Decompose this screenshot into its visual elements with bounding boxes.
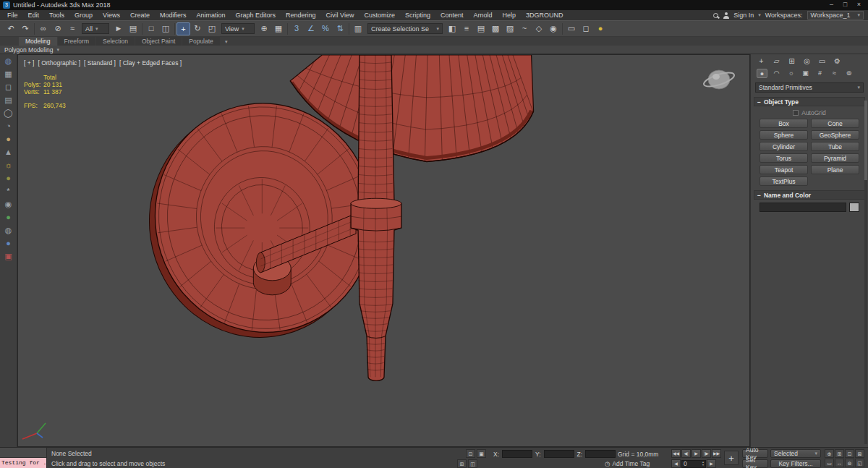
tab-modeling[interactable]: Modeling (19, 37, 57, 46)
object-color-swatch[interactable] (849, 203, 859, 212)
object-name-input[interactable] (760, 203, 846, 212)
orbit-icon[interactable]: ⊚ (845, 459, 854, 467)
named-selection-sets-combo[interactable]: Create Selection Se ▾ (367, 23, 443, 34)
select-object-icon[interactable]: ► (111, 22, 126, 35)
panel-scrollbar-thumb[interactable] (864, 101, 867, 180)
material-editor-icon[interactable]: ◉ (546, 22, 561, 35)
window-crossing-toggle-icon[interactable]: ◫ (158, 22, 173, 35)
redo-icon[interactable]: ↷ (18, 22, 33, 35)
key-mode-dropdown[interactable]: Selected ▾ (770, 449, 821, 458)
menu-3dground[interactable]: 3DGROUND (521, 10, 569, 20)
go-to-end-button[interactable]: ▶▶ (712, 449, 721, 458)
left-toolbar-icon-12[interactable]: ◉ (5, 200, 12, 208)
close-button[interactable]: × (853, 1, 865, 9)
geosphere-button[interactable]: GeoSphere (811, 130, 859, 140)
menu-arnold[interactable]: Arnold (468, 10, 497, 20)
reference-coordinate-dropdown[interactable]: View ▾ (221, 23, 255, 34)
percent-snap-icon[interactable]: % (318, 22, 333, 35)
rectangular-selection-region-icon[interactable]: □ (144, 22, 158, 35)
category-helpers[interactable]: # (814, 69, 825, 78)
left-toolbar-icon-9[interactable]: ☼ (4, 161, 12, 169)
viewport-shading-label[interactable]: [ Clay + Edged Faces ] (119, 59, 182, 67)
isolate-selection-icon[interactable]: ⊡ (466, 449, 475, 458)
object-type-rollout[interactable]: − Object Type (754, 97, 865, 106)
time-spinner[interactable]: ▴▾ (702, 461, 704, 467)
menu-create[interactable]: Create (125, 10, 155, 20)
menu-graph-editors[interactable]: Graph Editors (230, 10, 281, 20)
viewport-pov-label[interactable]: [ Orthographic ] (38, 59, 80, 67)
menu-customize[interactable]: Customize (359, 10, 400, 20)
autogrid-checkbox[interactable] (793, 110, 799, 116)
x-input[interactable] (502, 450, 532, 458)
menu-modifiers[interactable]: Modifiers (155, 10, 192, 20)
pan-view-icon[interactable]: ↔ (835, 459, 844, 467)
left-toolbar-icon-6[interactable]: ◔ (6, 122, 11, 130)
left-toolbar-icon-5[interactable]: ◯ (4, 109, 12, 117)
sphere-button[interactable]: Sphere (760, 130, 808, 140)
menu-group[interactable]: Group (69, 10, 98, 20)
curve-editor-icon[interactable]: ~ (517, 22, 532, 35)
tab-populate[interactable]: Populate (182, 37, 220, 46)
menu-animation[interactable]: Animation (191, 10, 230, 20)
z-input[interactable] (585, 450, 616, 458)
unlink-selection-icon[interactable]: ⊘ (51, 22, 65, 35)
category-systems[interactable]: ⊚ (843, 69, 854, 78)
left-toolbar-icon-15[interactable]: ● (6, 239, 11, 247)
menu-views[interactable]: Views (98, 10, 125, 20)
left-toolbar-icon-4[interactable]: ▤ (4, 95, 12, 104)
workspace-dropdown[interactable]: Workspace_1 ▾ (807, 11, 864, 20)
category-shapes[interactable]: ◠ (771, 69, 782, 78)
tab-freeform[interactable]: Freeform (58, 37, 95, 46)
snap-toggle-3d-icon[interactable]: 3 (289, 22, 304, 35)
listener-line[interactable]: Testing for . (0, 458, 46, 468)
tab-object-paint[interactable]: Object Paint (135, 37, 182, 46)
plane-button[interactable]: Plane (811, 165, 859, 174)
zoom-all-icon[interactable]: ⊞ (835, 449, 844, 458)
menu-edit[interactable]: Edit (23, 10, 45, 20)
left-toolbar-icon-13[interactable]: ● (6, 213, 11, 221)
tab-hierarchy[interactable]: ⊞ (787, 57, 796, 65)
schematic-view-icon[interactable]: ◇ (532, 22, 546, 35)
pyramid-button[interactable]: Pyramid (811, 153, 859, 163)
transform-gizmo-icon[interactable]: ◫ (468, 459, 477, 468)
maximize-button[interactable]: □ (839, 1, 851, 9)
select-by-name-icon[interactable]: ▤ (126, 22, 140, 35)
left-toolbar-icon-1[interactable]: ◍ (5, 56, 12, 65)
tab-create[interactable]: + (757, 57, 766, 65)
spinner-snap-icon[interactable]: ⇅ (333, 22, 347, 35)
menu-rendering[interactable]: Rendering (281, 10, 321, 20)
key-filters-button[interactable]: Key Filters... (770, 459, 821, 468)
selection-filter-dropdown[interactable]: All ▾ (82, 23, 109, 34)
torus-button[interactable]: Torus (760, 153, 808, 163)
sign-in-button[interactable]: Sign In (733, 12, 754, 19)
menu-civil-view[interactable]: Civil View (321, 10, 359, 20)
menu-file[interactable]: File (2, 10, 23, 20)
left-toolbar-icon-7[interactable]: ● (6, 135, 11, 143)
edit-named-selection-sets-icon[interactable]: ▥ (351, 22, 365, 35)
add-time-tag[interactable]: ◷ Add Time Tag (605, 460, 650, 467)
left-toolbar-icon-14[interactable]: ◍ (5, 226, 12, 234)
ribbon-toggle-icon[interactable]: ▩ (488, 22, 503, 35)
category-space-warps[interactable]: ≈ (829, 69, 840, 78)
menu-content[interactable]: Content (435, 10, 469, 20)
selection-lock-icon[interactable]: ▣ (477, 449, 486, 458)
next-frame-button[interactable]: |▶ (702, 449, 711, 458)
cylinder-button[interactable]: Cylinder (760, 142, 808, 151)
bind-to-space-warp-icon[interactable]: ≈ (65, 22, 80, 35)
current-time-field[interactable]: 0 ▴▾ (681, 460, 706, 468)
panel-scrollbar[interactable] (864, 101, 867, 444)
macro-recorder-line[interactable] (0, 448, 46, 458)
maxscript-mini-listener[interactable]: Testing for . (0, 448, 47, 468)
pan-navigation-icon[interactable]: + (724, 451, 739, 465)
tab-motion[interactable]: ◎ (802, 57, 812, 65)
undo-icon[interactable]: ↶ (4, 22, 18, 35)
mirror-icon[interactable]: ◧ (445, 22, 459, 35)
previous-key-button[interactable]: ◀ (671, 459, 681, 468)
rendered-frame-window-icon[interactable]: ◻ (579, 22, 593, 35)
menu-help[interactable]: Help (497, 10, 521, 20)
viewport-3d-model[interactable] (18, 55, 749, 446)
scene-explorer-icon[interactable]: ▨ (503, 22, 517, 35)
cone-button[interactable]: Cone (811, 119, 859, 128)
sign-in-caret-icon[interactable]: ▾ (758, 12, 761, 18)
viewcube[interactable] (700, 64, 738, 98)
